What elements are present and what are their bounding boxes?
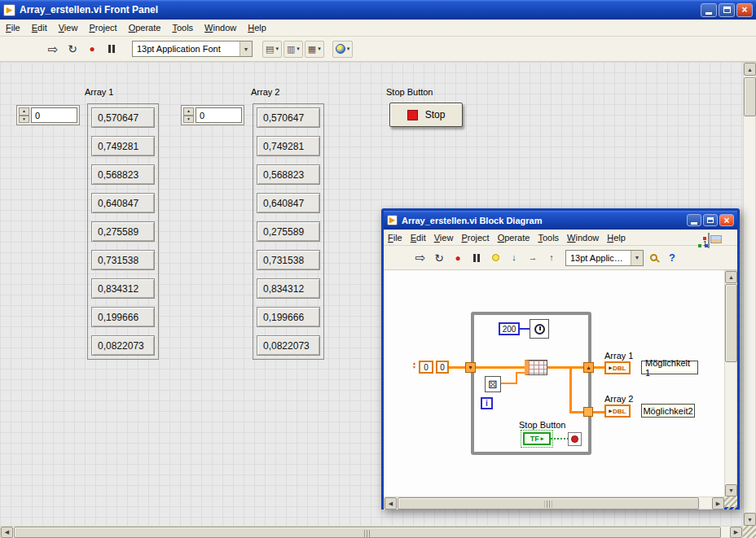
search-button[interactable] [644,249,662,267]
pause-button[interactable] [468,249,486,267]
menu-file[interactable]: File [384,230,407,246]
spinner-down-icon[interactable]: ▼ [183,116,194,124]
vertical-scroll-thumb[interactable] [725,284,737,362]
iteration-terminal[interactable]: i [481,397,493,409]
font-selector[interactable]: 13pt Application Font ▼ [132,41,253,57]
menu-operate[interactable]: Operate [494,230,534,246]
distribute-objects-button[interactable]: ▥▾ [284,41,303,58]
menu-tools[interactable]: Tools [166,20,199,36]
run-button[interactable]: ⇨ [44,40,62,58]
bd-vertical-scrollbar[interactable]: ▲ ▼ [724,270,737,496]
clock-icon [534,324,545,335]
scroll-down-button[interactable]: ▼ [725,484,737,496]
outer-constant[interactable]: 0 [419,361,433,374]
spinner-down-icon[interactable]: ▼ [19,116,29,124]
horizontal-scroll-thumb[interactable] [14,527,721,538]
horizontal-scroll-thumb[interactable] [398,497,699,510]
vertical-scroll-thumb[interactable] [744,77,756,116]
wait-until-next-ms-node[interactable] [530,319,549,339]
shift-register-left[interactable]: ▼ [465,362,476,373]
random-number-node[interactable]: ⚄ [485,376,501,392]
reorder-button[interactable]: ▾ [332,41,354,58]
menu-view[interactable]: View [430,230,458,246]
labview-app-icon: ▶ [3,4,15,16]
scroll-right-button[interactable]: ▶ [712,497,724,510]
menu-view[interactable]: View [53,20,84,36]
menu-help[interactable]: Help [242,20,272,36]
thumb-grip [364,530,371,537]
array2-terminal[interactable]: ▸ DBL [604,405,631,418]
resize-grip[interactable] [724,496,737,510]
loop-condition-terminal[interactable] [568,432,582,446]
array2-element: 0,834312 [257,278,320,299]
abort-button[interactable]: ● [449,249,467,267]
array1-terminal[interactable]: ▸ DBL [604,361,631,374]
array1-element: 0,731538 [91,250,155,270]
scroll-down-button[interactable]: ▼ [744,513,756,526]
array2-element: 0,570647 [257,107,320,128]
array1-element: 0,275589 [91,221,155,242]
menu-tools[interactable]: Tools [534,230,563,246]
menu-operate[interactable]: Operate [123,20,167,36]
array1-index-spinner[interactable]: ▲▼ [19,107,29,123]
close-button[interactable]: × [719,214,734,226]
constant-spinner[interactable]: ▲▼ [411,361,418,370]
array2-index-value[interactable]: 0 [196,107,242,123]
shift-register-right[interactable]: ▲ [583,362,594,373]
step-into-button[interactable]: ↓ [505,249,523,267]
spinner-up-icon[interactable]: ▲ [19,107,29,116]
minimize-button[interactable] [701,3,717,17]
array2-tunnel[interactable] [583,407,593,417]
step-out-button[interactable]: ↑ [543,249,560,267]
menu-file[interactable]: File [0,20,26,36]
close-button[interactable]: × [736,3,753,17]
maximize-button[interactable] [719,3,735,17]
font-selector[interactable]: 13pt Application ▼ [565,250,644,266]
bd-horizontal-scrollbar[interactable]: ◀ ▶ [384,496,724,510]
align-objects-button[interactable]: ▤▾ [262,41,282,58]
wait-ms-constant[interactable]: 200 [499,322,520,335]
scroll-left-button[interactable]: ◀ [385,497,397,510]
free-label-2[interactable]: Möglichkeit2 [641,404,695,418]
main-vertical-scrollbar[interactable]: ▲ ▼ [743,62,756,526]
scroll-up-button[interactable]: ▲ [744,63,756,76]
free-label-1[interactable]: Möglichkeit 1 [641,361,698,374]
array2-element: 0,749281 [257,136,320,156]
scroll-right-button[interactable]: ▶ [730,527,742,538]
maximize-button[interactable] [703,214,718,226]
stop-button[interactable]: Stop [389,103,463,127]
run-continuous-button[interactable]: ↻ [64,40,81,58]
wire-dice-out [501,383,516,384]
scroll-up-button[interactable]: ▲ [725,271,737,283]
abort-button[interactable]: ● [83,40,101,58]
menu-project[interactable]: Project [457,230,493,246]
run-button[interactable]: ⇨ [411,249,429,267]
resize-objects-button[interactable]: ▦▾ [305,41,324,58]
step-over-button[interactable]: → [524,249,542,267]
menu-edit[interactable]: Edit [407,230,430,246]
array1-index-control[interactable]: ▲▼ 0 [16,105,80,125]
array2-index-spinner[interactable]: ▲▼ [183,107,194,123]
menu-window[interactable]: Window [563,230,603,246]
menu-edit[interactable]: Edit [26,20,53,36]
highlight-execution-button[interactable] [486,249,504,267]
inner-constant[interactable]: 0 [436,361,449,374]
menu-help[interactable]: Help [603,230,630,246]
main-horizontal-scrollbar[interactable]: ◀ ▶ [0,526,743,538]
font-selector-value: 13pt Application [566,253,631,263]
vi-icon[interactable]: 1 [708,233,710,248]
help-icon: ? [669,252,675,263]
build-array-node[interactable] [525,360,547,375]
menu-window[interactable]: Window [199,20,242,36]
menu-project[interactable]: Project [83,20,122,36]
array1-index-value[interactable]: 0 [31,107,77,123]
array2-index-control[interactable]: ▲▼ 0 [181,105,244,125]
pause-button[interactable] [103,40,121,58]
scroll-left-button[interactable]: ◀ [1,527,13,538]
spinner-up-icon[interactable]: ▲ [183,107,194,116]
run-continuous-button[interactable]: ↻ [430,249,448,267]
minimize-button[interactable] [687,214,701,226]
resize-grip[interactable] [743,526,756,538]
stop-boolean-terminal[interactable]: TF ▸ [523,432,551,445]
context-help-button[interactable]: ? [663,249,681,267]
